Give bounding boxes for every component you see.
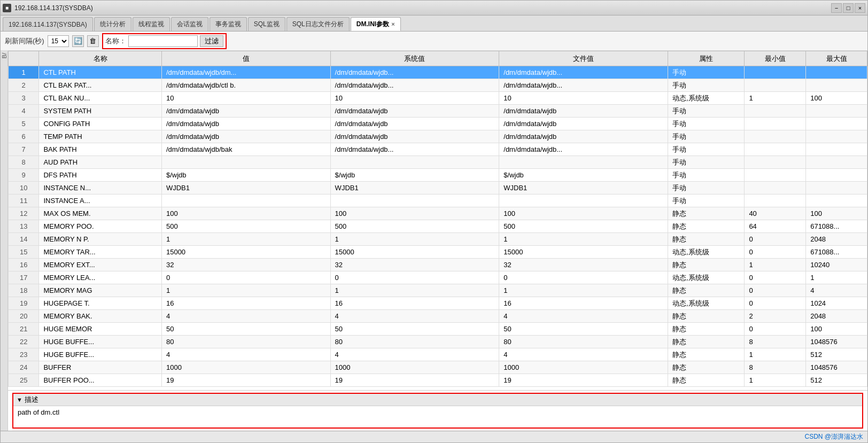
table-row[interactable]: 11INSTANCE A...手动 [9, 195, 867, 207]
cell-min: 8 [745, 336, 806, 348]
table-row[interactable]: 15MEMORY TAR...150001500015000动态,系统级0671… [9, 246, 867, 259]
col-header-5: 最小值 [745, 51, 806, 66]
cell-file_value: /dm/dmdata/wjdb... [499, 143, 668, 156]
tab-sqllog[interactable]: SQL日志文件分析 [286, 17, 350, 31]
table-row[interactable]: 2CTL BAK PAT.../dm/dmdata/wjdb/ctl b./dm… [9, 79, 867, 92]
maximize-button[interactable]: □ [843, 3, 854, 13]
cell-file_value: 16 [499, 297, 668, 310]
table-row[interactable]: 16MEMORY EXT...323232静态110240 [9, 259, 867, 271]
tab-connection[interactable]: 192.168.114.137(SYSDBA) [3, 17, 93, 31]
cell-name: MAX OS MEM. [39, 207, 162, 220]
tab-threads[interactable]: 线程监视 [133, 17, 170, 31]
cell-min: 0 [745, 246, 806, 259]
cell-name: DFS PATH [39, 169, 162, 182]
cell-name: SYSTEM PATH [39, 105, 162, 118]
cell-value: 4 [161, 310, 330, 323]
col-header-6: 最大值 [806, 51, 867, 66]
cell-file_value: 4 [499, 348, 668, 361]
table-row[interactable]: 25BUFFER POO...191919静态1512 [9, 374, 867, 387]
cell-name: MEMORY LEA... [39, 271, 162, 284]
cell-attr: 静态 [668, 284, 744, 297]
table-row[interactable]: 22HUGE BUFFE...808080静态81048576 [9, 336, 867, 348]
cell-sys_value: 4 [330, 310, 499, 323]
row-num: 20 [9, 310, 39, 323]
cell-min: 2 [745, 310, 806, 323]
table-row[interactable]: 4SYSTEM PATH/dm/dmdata/wjdb/dm/dmdata/wj… [9, 105, 867, 118]
row-num: 23 [9, 348, 39, 361]
cell-sys_value: 10 [330, 92, 499, 105]
cell-max: 1024 [806, 297, 867, 310]
cell-max: 100 [806, 207, 867, 220]
left-marker-text: B/ [1, 53, 7, 58]
table-row[interactable]: 14MEMORY N P.111静态02048 [9, 233, 867, 246]
cell-min: 0 [745, 284, 806, 297]
cell-min [745, 105, 806, 118]
cell-value: 4 [161, 348, 330, 361]
cell-name: BUFFER POO... [39, 374, 162, 387]
cell-attr: 动态,系统级 [668, 271, 744, 284]
cell-name: MEMORY MAG [39, 284, 162, 297]
table-row[interactable]: 20MEMORY BAK.444静态22048 [9, 310, 867, 323]
tab-transactions[interactable]: 事务监视 [210, 17, 247, 31]
filter-input[interactable] [128, 35, 198, 47]
cell-max: 1 [806, 271, 867, 284]
table-row[interactable]: 3CTL BAK NU...101010动态,系统级1100 [9, 92, 867, 105]
description-content: path of dm.ctl [13, 406, 862, 428]
cell-name: INSTANCE N... [39, 182, 162, 195]
refresh-interval-select[interactable]: 510153060 [48, 35, 69, 47]
table-row[interactable]: 19HUGEPAGE T.161616动态,系统级01024 [9, 297, 867, 310]
tab-close-dmini[interactable]: × [391, 21, 394, 27]
cell-value: 16 [161, 297, 330, 310]
titlebar-title: 192.168.114.137(SYSDBA) [14, 4, 93, 12]
cell-sys_value: 100 [330, 207, 499, 220]
cell-min [745, 79, 806, 92]
row-num: 5 [9, 118, 39, 130]
filter-button[interactable]: 过滤 [200, 35, 223, 47]
table-row[interactable]: 12MAX OS MEM.100100100静态40100 [9, 207, 867, 220]
refresh-button[interactable]: 🔄 [72, 35, 84, 47]
table-wrapper[interactable]: 名称值系统值文件值属性最小值最大值 1CTL PATH/dm/dmdata/wj… [8, 51, 867, 391]
cell-value: 100 [161, 207, 330, 220]
cell-file_value: $/wjdb [499, 169, 668, 182]
tab-dmini[interactable]: DM.INI参数 × [351, 17, 401, 31]
cell-sys_value: 500 [330, 220, 499, 233]
cell-file_value: /dm/dmdata/wjdb [499, 130, 668, 143]
table-row[interactable]: 17MEMORY LEA...000动态,系统级01 [9, 271, 867, 284]
titlebar-controls: − □ × [831, 3, 865, 13]
clear-button[interactable]: 🗑 [87, 35, 99, 47]
table-row[interactable]: 1CTL PATH/dm/dmdata/wjdb/dm.../dm/dmdata… [9, 66, 867, 79]
cell-attr: 动态,系统级 [668, 92, 744, 105]
table-row[interactable]: 10INSTANCE N...WJDB1WJDB1WJDB1手动 [9, 182, 867, 195]
table-row[interactable]: 7BAK PATH/dm/dmdata/wjdb/bak/dm/dmdata/w… [9, 143, 867, 156]
cell-max [806, 66, 867, 79]
cell-name: CONFIG PATH [39, 118, 162, 130]
tab-stats[interactable]: 统计分析 [94, 17, 131, 31]
table-row[interactable]: 21HUGE MEMOR505050静态0100 [9, 323, 867, 336]
cell-max: 671088... [806, 246, 867, 259]
row-num: 2 [9, 79, 39, 92]
cell-value: 80 [161, 336, 330, 348]
cell-value: 50 [161, 323, 330, 336]
description-toggle[interactable]: ▼ [17, 397, 22, 403]
minimize-button[interactable]: − [831, 3, 842, 13]
table-row[interactable]: 8AUD PATH手动 [9, 156, 867, 169]
cell-sys_value [330, 156, 499, 169]
description-header: ▼ 描述 [13, 394, 862, 406]
table-row[interactable]: 13MEMORY POO.500500500静态64671088... [9, 220, 867, 233]
table-row[interactable]: 18MEMORY MAG111静态04 [9, 284, 867, 297]
tab-sql[interactable]: SQL监视 [248, 17, 285, 31]
table-row[interactable]: 23HUGE BUFFE...444静态1512 [9, 348, 867, 361]
table-row[interactable]: 5CONFIG PATH/dm/dmdata/wjdb/dm/dmdata/wj… [9, 118, 867, 130]
cell-file_value [499, 156, 668, 169]
table-row[interactable]: 6TEMP PATH/dm/dmdata/wjdb/dm/dmdata/wjdb… [9, 130, 867, 143]
cell-name: MEMORY TAR... [39, 246, 162, 259]
cell-name: TEMP PATH [39, 130, 162, 143]
cell-sys_value: 1 [330, 284, 499, 297]
table-row[interactable]: 9DFS PATH$/wjdb$/wjdb$/wjdb手动 [9, 169, 867, 182]
cell-name: BAK PATH [39, 143, 162, 156]
cell-value: WJDB1 [161, 182, 330, 195]
close-button[interactable]: × [855, 3, 865, 13]
cell-value: 1000 [161, 361, 330, 374]
table-row[interactable]: 24BUFFER100010001000静态81048576 [9, 361, 867, 374]
tab-sessions[interactable]: 会话监视 [171, 17, 208, 31]
